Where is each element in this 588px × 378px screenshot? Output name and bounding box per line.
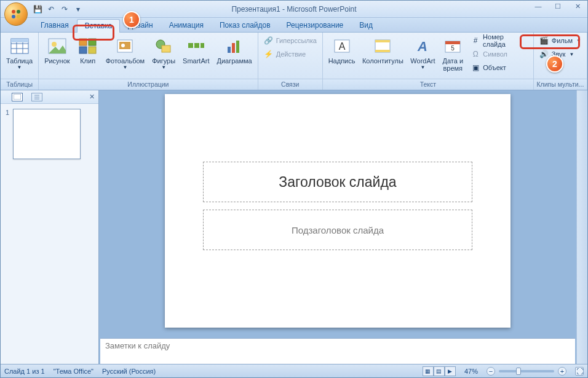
slide-thumbnail[interactable] [13, 109, 81, 159]
photoalbum-button[interactable]: Фотоальбом▼ [103, 34, 148, 71]
group-tables: Таблица ▼ Таблицы [1, 33, 39, 90]
redo-icon[interactable]: ↷ [60, 4, 70, 14]
svg-rect-13 [89, 39, 96, 45]
maximize-button[interactable]: ☐ [548, 1, 568, 12]
shapes-button[interactable]: Фигуры▼ [149, 34, 178, 71]
hyperlink-button: 🔗Гиперссылка [261, 34, 320, 47]
svg-point-1 [17, 10, 20, 14]
group-links-label: Связи [258, 79, 322, 90]
tab-insert[interactable]: Вставка [77, 19, 121, 33]
close-button[interactable]: ✕ [568, 1, 587, 12]
sound-icon: 🔊 [539, 49, 549, 59]
picture-button[interactable]: Рисунок [41, 34, 73, 65]
textbox-button[interactable]: AНадпись [325, 34, 358, 65]
svg-rect-14 [79, 47, 87, 53]
zoom-percent[interactable]: 47% [464, 368, 478, 375]
slides-tab[interactable] [12, 93, 23, 101]
vertical-scrollbar[interactable] [576, 90, 587, 364]
zoom-in-button[interactable]: + [558, 367, 566, 376]
zoom-out-button[interactable]: − [487, 367, 495, 376]
slideshow-view-button[interactable]: ▶ [445, 366, 456, 376]
movie-icon: 🎬 [539, 36, 549, 45]
symbol-icon: Ω [471, 49, 480, 59]
symbol-label: Символ [483, 50, 507, 58]
ribbon: Таблица ▼ Таблицы Рисунок Клип Фотоальбо… [1, 33, 587, 90]
tab-review[interactable]: Рецензирование [279, 18, 352, 32]
group-links: 🔗Гиперссылка ⚡Действие Связи [258, 33, 323, 90]
subtitle-placeholder[interactable]: Подзаголовок слайда [203, 210, 472, 250]
chart-icon [224, 36, 244, 56]
shapes-label: Фигуры [152, 57, 175, 65]
picture-icon [47, 36, 67, 56]
svg-text:5: 5 [451, 45, 455, 52]
undo-icon[interactable]: ↶ [46, 4, 56, 14]
smartart-button[interactable]: SmartArt [180, 34, 212, 65]
action-icon: ⚡ [264, 49, 274, 59]
slidenum-button[interactable]: #Номер слайда [467, 34, 531, 47]
smartart-label: SmartArt [183, 57, 209, 65]
office-button[interactable] [4, 2, 28, 26]
svg-rect-21 [188, 43, 193, 48]
group-text-label: Текст [323, 79, 533, 90]
datetime-button[interactable]: 5Дата и время [439, 34, 466, 73]
svg-point-0 [12, 10, 15, 14]
notes-pane[interactable]: Заметки к слайду [100, 338, 575, 364]
normal-view-button[interactable]: ▦ [423, 366, 434, 376]
theme-indicator: "Тема Office" [54, 368, 93, 375]
headerfooter-button[interactable]: Колонтитулы [359, 34, 406, 65]
svg-point-3 [17, 15, 20, 18]
table-icon [10, 36, 30, 56]
zoom-slider[interactable] [499, 370, 554, 372]
work-area: ✕ 1 Заголовок слайда Подзаголовок слайда… [1, 90, 587, 364]
svg-rect-33 [375, 50, 390, 52]
tab-animation[interactable]: Анимация [161, 18, 212, 32]
svg-marker-25 [199, 44, 201, 47]
tab-home[interactable]: Главная [33, 18, 77, 32]
minimize-button[interactable]: — [528, 1, 548, 12]
table-label: Таблица [6, 57, 33, 65]
group-tables-label: Таблицы [1, 79, 38, 90]
object-button[interactable]: ▣Объект [467, 61, 531, 74]
svg-point-11 [52, 42, 57, 47]
movie-button[interactable]: 🎬Фильм▼ [536, 34, 584, 47]
panel-close-button[interactable]: ✕ [89, 93, 95, 101]
chart-button[interactable]: Диаграмма [214, 34, 255, 65]
title-bar: 💾 ↶ ↷ ▾ Презентация1 - Microsoft PowerPo… [1, 1, 587, 18]
qat-more-icon[interactable]: ▾ [73, 4, 83, 14]
slide-canvas[interactable]: Заголовок слайда Подзаголовок слайда [165, 94, 511, 328]
svg-point-2 [12, 15, 15, 18]
chart-label: Диаграмма [217, 57, 252, 65]
callout-badge-1: 1 [123, 11, 140, 28]
action-label: Действие [276, 50, 306, 58]
tab-view[interactable]: Вид [351, 18, 381, 32]
symbol-button: ΩСимвол [467, 47, 531, 61]
sorter-view-button[interactable]: ▤ [434, 366, 445, 376]
title-placeholder[interactable]: Заголовок слайда [203, 162, 472, 202]
svg-rect-26 [228, 47, 231, 53]
clipart-label: Клип [80, 57, 95, 65]
svg-rect-23 [201, 43, 204, 48]
tab-slideshow[interactable]: Показ слайдов [212, 18, 279, 32]
chevron-down-icon: ▼ [569, 52, 574, 57]
shapes-icon [154, 36, 173, 56]
quick-access-toolbar: 💾 ↶ ↷ ▾ [33, 4, 83, 14]
group-text: AНадпись Колонтитулы AWordArt▼ 5Дата и в… [323, 33, 534, 90]
svg-rect-28 [236, 41, 239, 53]
wordart-label: WordArt [410, 57, 435, 65]
fit-window-button[interactable]: ⛶ [575, 367, 584, 376]
save-icon[interactable]: 💾 [33, 4, 42, 14]
chevron-down-icon: ▼ [576, 38, 581, 44]
language-indicator[interactable]: Русский (Россия) [102, 368, 156, 375]
picture-label: Рисунок [44, 57, 70, 65]
clipart-button[interactable]: Клип [74, 34, 101, 65]
wordart-button[interactable]: AWordArt▼ [408, 34, 439, 71]
outline-tab[interactable] [31, 93, 42, 101]
table-button[interactable]: Таблица ▼ [3, 34, 36, 71]
object-icon: ▣ [471, 63, 480, 73]
textbox-label: Надпись [328, 57, 356, 65]
slidenum-label: Номер слайда [483, 33, 528, 48]
hyperlink-icon: 🔗 [264, 36, 274, 45]
chevron-down-icon: ▼ [420, 65, 425, 70]
callout-badge-2: 2 [546, 55, 563, 73]
datetime-icon: 5 [443, 36, 463, 56]
